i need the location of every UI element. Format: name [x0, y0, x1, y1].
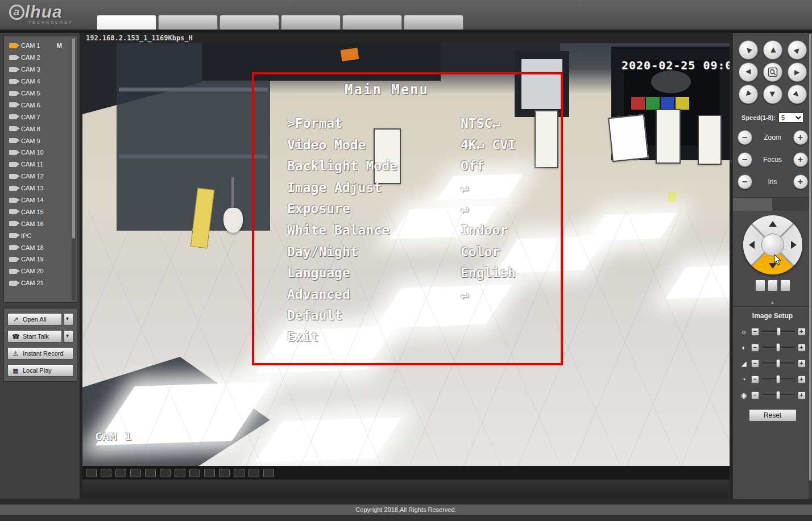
plus-button[interactable] [798, 391, 806, 399]
plus-button[interactable] [793, 130, 808, 145]
aspect-ratio-icon[interactable] [101, 469, 111, 477]
split-20-icon[interactable] [248, 469, 259, 477]
camera-list-item[interactable]: CAM 21 [9, 277, 71, 289]
minus-button[interactable] [738, 152, 752, 167]
sidebar-action-button[interactable]: ☎ Start Talk [7, 330, 62, 343]
camera-list-item[interactable]: CAM 14 [9, 194, 71, 206]
osd-menu-row[interactable]: Exposure ↵ [287, 201, 516, 223]
reset-button[interactable]: Reset [749, 409, 797, 422]
dropdown-arrow-button[interactable] [64, 313, 73, 326]
camera-list-item[interactable]: CAM 13 [9, 182, 71, 194]
plus-button[interactable] [798, 328, 806, 336]
minus-button[interactable] [751, 328, 759, 336]
ptz-down-left-button[interactable] [739, 85, 758, 104]
ptz-down-button[interactable] [763, 85, 782, 104]
camera-list-item[interactable]: CAM 15 [9, 206, 71, 218]
minus-button[interactable] [751, 391, 759, 399]
minus-button[interactable] [738, 174, 752, 189]
sidebar-action-button[interactable]: ⚠ Instant Record [7, 347, 73, 360]
sidebar-action-button[interactable]: ↗ Open All [7, 313, 62, 326]
minus-button[interactable] [751, 360, 759, 368]
ptz-up-button[interactable] [763, 40, 782, 60]
slider-track[interactable] [762, 347, 795, 348]
ptz-menu-button[interactable] [768, 280, 778, 291]
camera-list-item[interactable]: CAM 3 [9, 64, 71, 76]
nav-tab[interactable] [219, 15, 279, 30]
osd-menu-row[interactable]: Exit [287, 330, 516, 351]
nav-tab[interactable] [158, 15, 218, 30]
slider-thumb[interactable] [776, 375, 780, 384]
osd-menu-row[interactable]: White Balance Indoor [287, 223, 516, 244]
camera-list-item[interactable]: CAM 12 [9, 170, 71, 182]
slider-track[interactable] [762, 394, 795, 396]
camera-list-item[interactable]: IPC [9, 230, 71, 241]
ptz-right-button[interactable] [788, 62, 807, 82]
camera-list-item[interactable]: CAM 6 [9, 99, 71, 111]
split-25-icon[interactable] [263, 469, 274, 477]
camera-list-item[interactable]: CAM 2 [9, 52, 71, 64]
slider-thumb[interactable] [776, 359, 780, 368]
minus-button[interactable] [738, 130, 752, 145]
camera-list-item[interactable]: CAM 20 [9, 265, 71, 277]
camera-list-item[interactable]: CAM 18 [9, 241, 71, 253]
slider-track[interactable] [762, 362, 795, 364]
nav-tab[interactable] [97, 15, 156, 30]
nav-tab[interactable] [281, 15, 341, 30]
collapse-arrow-icon[interactable]: ▲ [770, 299, 775, 305]
camera-list-item[interactable]: CAM 7 [9, 111, 71, 123]
osd-menu-row[interactable]: >Format NTSC↵ [287, 116, 516, 137]
camera-list-item[interactable]: CAM 11 [9, 159, 71, 170]
camera-list-item[interactable]: CAM 9 [9, 135, 71, 147]
hd-icon[interactable] [86, 469, 97, 477]
ptz-menu-button[interactable] [780, 280, 790, 291]
slider-track[interactable] [762, 378, 795, 380]
osd-menu-row[interactable]: Video Mode 4K↵ CVI [287, 137, 516, 159]
minus-button[interactable] [751, 344, 759, 352]
split-1-icon[interactable] [145, 469, 156, 477]
split-4-icon[interactable] [160, 469, 171, 477]
slider-thumb[interactable] [776, 391, 780, 399]
camera-list-item[interactable]: CAM 4 [9, 76, 71, 87]
plus-button[interactable] [793, 174, 808, 189]
camera-list-item[interactable]: CAM 8 [9, 123, 71, 135]
camera-list-item[interactable]: CAM 10 [9, 147, 71, 159]
ptz-up-right-button[interactable] [788, 40, 807, 60]
ptz-mode-tab[interactable] [733, 198, 773, 211]
osd-menu-row[interactable]: Language English [287, 265, 516, 287]
split-8-icon[interactable] [189, 469, 200, 477]
osd-menu-row[interactable]: Advanced ↵ [287, 287, 516, 309]
osd-menu-row[interactable]: Default [287, 308, 516, 330]
nav-tab[interactable] [404, 15, 463, 30]
split-13-icon[interactable] [219, 469, 230, 477]
slider-thumb[interactable] [777, 327, 781, 336]
scrollbar-thumb[interactable] [809, 34, 811, 481]
dropdown-arrow-button[interactable] [64, 330, 73, 343]
live-video-frame[interactable]: Main Menu >Format NTSC↵ Video Mode 4K↵ C… [82, 43, 730, 466]
ptz-menu-button[interactable] [755, 280, 765, 291]
speed-select[interactable]: 5 [778, 112, 803, 123]
ptz-up-left-button[interactable] [739, 40, 758, 60]
split-1-wide-icon[interactable] [130, 469, 141, 477]
ptz-down-right-button[interactable] [788, 85, 807, 104]
plus-button[interactable] [798, 376, 806, 384]
ptz-3d-position-button[interactable] [763, 62, 782, 82]
nav-tab[interactable] [342, 15, 402, 30]
fullscreen-icon[interactable] [115, 469, 126, 477]
camera-list-item[interactable]: CAM 19 [9, 253, 71, 265]
slider-thumb[interactable] [776, 343, 780, 352]
minus-button[interactable] [751, 376, 759, 384]
camera-list-item[interactable]: CAM 5 [9, 87, 71, 99]
ptz-mode-tab[interactable] [773, 198, 812, 211]
split-6-icon[interactable] [175, 469, 185, 477]
camera-list-item[interactable]: CAM 16 [9, 218, 71, 230]
osd-menu-row[interactable]: Backlight Mode Off [287, 159, 516, 180]
split-9-icon[interactable] [204, 469, 215, 477]
camera-list-item[interactable]: CAM 1 M [9, 40, 71, 52]
plus-button[interactable] [798, 360, 806, 368]
slider-track[interactable] [762, 331, 795, 332]
osd-menu-row[interactable]: Day/Night Color [287, 244, 516, 266]
plus-button[interactable] [793, 152, 808, 167]
sidebar-action-button[interactable]: ▦ Local Play [7, 364, 73, 377]
scrollbar-thumb[interactable] [72, 38, 75, 239]
osd-menu-row[interactable]: Image Adjust ↵ [287, 180, 516, 202]
